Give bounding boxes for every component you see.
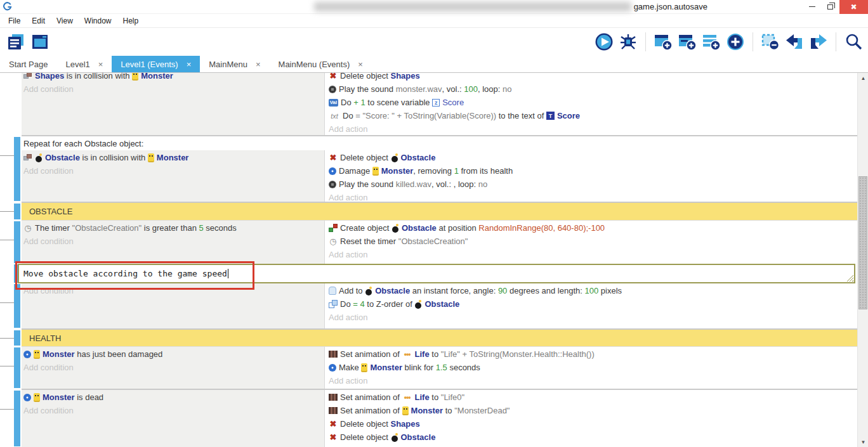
event-text: is dead xyxy=(77,392,103,402)
restore-button[interactable] xyxy=(821,0,839,14)
action-line[interactable]: txtDo = "Score: " + ToString(Variable(Sc… xyxy=(329,109,857,122)
event-selection-bar[interactable] xyxy=(14,221,20,263)
event-selection-bar[interactable] xyxy=(14,204,20,219)
condition-line[interactable]: ◷The timer "ObstacleCreation" is greater… xyxy=(23,221,324,235)
menu-edit[interactable]: Edit xyxy=(26,15,51,27)
event-row[interactable]: Repeat for each Obstacle object:Obstacle… xyxy=(22,135,857,202)
add-action-button[interactable]: Add action xyxy=(329,374,857,387)
section-header-obstacle[interactable]: OBSTACLE xyxy=(22,202,857,220)
add-condition-button[interactable]: Add condition xyxy=(23,404,324,417)
add-subevent-button[interactable] xyxy=(678,32,697,51)
event-selection-bar[interactable] xyxy=(14,330,20,346)
menu-window[interactable]: Window xyxy=(79,15,117,27)
add-action-button[interactable]: Add action xyxy=(329,248,857,261)
play-button[interactable] xyxy=(595,32,614,51)
event-text: to the text of xyxy=(496,111,546,120)
action-line[interactable]: Add to Obstacle an instant force, angle:… xyxy=(329,284,857,297)
action-line[interactable]: Play the sound killed.wav, vol.: , loop:… xyxy=(329,178,857,191)
scroll-down-arrow-icon[interactable]: ▼ xyxy=(858,437,868,447)
tab-start-page[interactable]: Start Page xyxy=(0,56,56,72)
action-line[interactable]: ValDo + 1 to scene variable zScore xyxy=(329,96,857,109)
tab-level1-events-[interactable]: Level1 (Events)× xyxy=(112,56,200,72)
actions-column: ✖Delete object ShapesPlay the sound mons… xyxy=(325,73,857,135)
condition-line[interactable]: Shapes is in collision with Monster xyxy=(23,73,324,82)
action-line[interactable]: Create object Obstacle at position Rando… xyxy=(329,221,857,235)
event-row[interactable]: Monster has just been damagedAdd conditi… xyxy=(22,346,857,389)
search-button[interactable] xyxy=(844,32,863,51)
tab-close-icon[interactable]: × xyxy=(187,60,192,69)
action-line[interactable]: Do = 4 to Z-order of Obstacle xyxy=(329,297,857,311)
add-event-button[interactable] xyxy=(654,32,673,51)
tab-close-icon[interactable]: × xyxy=(256,60,261,69)
condition-line[interactable]: Monster has just been damaged xyxy=(23,347,324,361)
blink-icon xyxy=(329,364,336,372)
add-condition-button[interactable]: Add condition xyxy=(23,82,324,96)
action-line[interactable]: Set animation of •••Life to "Life0" xyxy=(329,391,857,404)
action-line[interactable]: ◷Reset the timer "ObstacleCreation" xyxy=(329,235,857,248)
tab-mainmenu[interactable]: MainMenu× xyxy=(200,56,269,72)
action-line[interactable]: ✖Delete object Obstacle xyxy=(329,431,857,444)
undo-icon xyxy=(785,32,804,51)
minimize-button[interactable] xyxy=(803,0,821,14)
action-line[interactable]: Set animation of Monster to "MonsterDead… xyxy=(329,404,857,417)
section-header-health[interactable]: HEALTH xyxy=(22,328,857,346)
action-line[interactable]: Make Monster blink for 1.5 seconds xyxy=(329,361,857,374)
condition-line[interactable]: Obstacle is in collision with Monster xyxy=(23,151,324,164)
menu-file[interactable]: File xyxy=(3,15,26,27)
add-action-button[interactable]: Add action xyxy=(329,122,857,135)
monster-icon xyxy=(148,153,154,162)
menu-view[interactable]: View xyxy=(51,15,79,27)
add-circle-button[interactable] xyxy=(726,32,745,51)
event-selection-bar[interactable] xyxy=(14,391,20,446)
add-condition-button[interactable]: Add condition xyxy=(23,361,324,374)
titlebar: game.json.autosave ✖ xyxy=(0,0,868,14)
tab-close-icon[interactable]: × xyxy=(98,60,103,69)
menu-help[interactable]: Help xyxy=(117,15,145,27)
actions-column: Add to Obstacle an instant force, angle:… xyxy=(325,283,857,328)
undo-button[interactable] xyxy=(785,32,804,51)
add-condition-button[interactable]: Add condition xyxy=(23,235,324,248)
event-row[interactable]: Monster is deadAdd conditionSet animatio… xyxy=(22,389,857,447)
tab-close-icon[interactable]: × xyxy=(358,60,363,69)
add-comment-button[interactable] xyxy=(702,32,721,51)
monster-icon xyxy=(372,167,379,176)
conditions-column: Obstacle is in collision with MonsterAdd… xyxy=(22,150,325,203)
event-row[interactable]: Shapes is in collision with MonsterAdd c… xyxy=(22,73,857,135)
delete-icon: ✖ xyxy=(329,419,338,429)
event-text: Do xyxy=(341,98,353,107)
action-line[interactable]: Play the sound monster.wav, vol.: 100, l… xyxy=(329,82,857,96)
event-row[interactable]: ◷The timer "ObstacleCreation" is greater… xyxy=(22,220,857,264)
event-selection-bar[interactable] xyxy=(14,284,20,328)
action-line[interactable]: ✖Delete object Shapes xyxy=(329,417,857,431)
event-text: Monster xyxy=(411,406,444,415)
add-action-button[interactable]: Add action xyxy=(329,311,857,324)
event-text: to xyxy=(443,406,454,415)
action-line[interactable]: ✖Delete object Obstacle xyxy=(329,151,857,164)
event-selection-bar[interactable] xyxy=(14,347,20,388)
add-condition-button[interactable]: Add condition xyxy=(23,164,324,178)
close-button[interactable]: ✖ xyxy=(839,0,868,14)
event-text: Monster xyxy=(43,349,77,359)
vertical-scrollbar[interactable]: ▲ ▼ xyxy=(857,73,868,447)
event-text: Score xyxy=(557,111,580,120)
redo-button[interactable] xyxy=(809,32,828,51)
scroll-up-arrow-icon[interactable]: ▲ xyxy=(858,73,868,83)
event-text: has just been damaged xyxy=(77,349,162,359)
scrollbar-thumb[interactable] xyxy=(858,176,867,309)
event-row[interactable]: Add conditionAdd to Obstacle an instant … xyxy=(22,283,857,328)
gutter-tick xyxy=(0,240,14,240)
tab-level1[interactable]: Level1× xyxy=(56,56,112,72)
play-icon xyxy=(595,32,614,51)
event-selection-bar[interactable] xyxy=(14,137,20,201)
action-line[interactable]: ✖Delete object Shapes xyxy=(329,73,857,82)
scene-editor-button[interactable] xyxy=(30,32,49,51)
resize-grip[interactable] xyxy=(846,275,853,282)
project-manager-button[interactable] xyxy=(6,32,25,51)
tab-mainmenu-events-[interactable]: MainMenu (Events)× xyxy=(270,56,372,72)
condition-line[interactable]: Monster is dead xyxy=(23,391,324,404)
repeat-event-header[interactable]: Repeat for each Obstacle object: xyxy=(22,136,857,150)
debugger-button[interactable] xyxy=(619,32,638,51)
action-line[interactable]: Damage Monster, removing 1 from its heal… xyxy=(329,164,857,178)
action-line[interactable]: Set animation of •••Life to "Life" + ToS… xyxy=(329,347,857,361)
remove-selection-button[interactable] xyxy=(761,32,780,51)
